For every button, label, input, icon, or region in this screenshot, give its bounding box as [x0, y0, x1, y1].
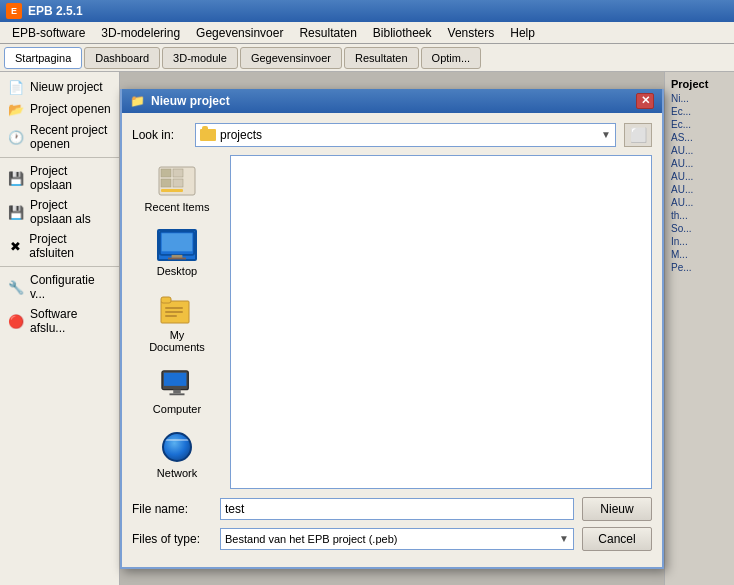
- right-panel-item-au1[interactable]: AU...: [667, 144, 732, 157]
- svg-rect-7: [162, 233, 193, 251]
- sidebar-item-opslaan-als[interactable]: 💾 Project opslaan als: [0, 195, 119, 229]
- svg-rect-3: [173, 169, 183, 177]
- sidebar-item-recent-label: Recent project openen: [30, 123, 111, 151]
- right-panel: Project Ni... Ec... Ec... AS... AU... AU…: [664, 72, 734, 585]
- content-area: Een nieuw project maken Waals Gewest en …: [120, 72, 664, 585]
- modal-close-button[interactable]: ✕: [636, 93, 654, 109]
- app-title: EPB 2.5.1: [28, 4, 83, 18]
- sidebar-item-afsluiten[interactable]: ✖ Project afsluiten: [0, 229, 119, 263]
- sidebar-item-opslaan[interactable]: 💾 Project opslaan: [0, 161, 119, 195]
- svg-rect-12: [165, 307, 183, 309]
- right-panel-item-in[interactable]: In...: [667, 235, 732, 248]
- nav-network[interactable]: Network: [137, 425, 217, 485]
- menu-help[interactable]: Help: [502, 24, 543, 42]
- cancel-button[interactable]: Cancel: [582, 527, 652, 551]
- save-as-icon: 💾: [8, 204, 24, 220]
- sidebar-item-software-afsluiten[interactable]: 🔴 Software afslu...: [0, 304, 119, 338]
- sidebar-item-afsluiten-label: Project afsluiten: [29, 232, 111, 260]
- nav-computer-label: Computer: [153, 403, 201, 415]
- sidebar-separator-1: [0, 157, 119, 158]
- menu-gegevensinvoer[interactable]: Gegevensinvoer: [188, 24, 291, 42]
- files-of-type-select[interactable]: Bestand van het EPB project (.peb) ▼: [220, 528, 574, 550]
- svg-rect-14: [165, 315, 177, 317]
- tab-3d-module[interactable]: 3D-module: [162, 47, 238, 69]
- look-in-value: projects: [220, 128, 262, 142]
- svg-rect-11: [161, 297, 171, 303]
- nav-recent-items[interactable]: Recent Items: [137, 159, 217, 219]
- toolbar: Startpagina Dashboard 3D-module Gegevens…: [0, 44, 734, 72]
- modal-overlay: 📁 Nieuw project ✕ Look in: projects: [120, 72, 664, 585]
- menu-bibliotheek[interactable]: Bibliotheek: [365, 24, 440, 42]
- sidebar-item-nieuw-project[interactable]: 📄 Nieuw project: [0, 76, 119, 98]
- right-panel-item-as[interactable]: AS...: [667, 131, 732, 144]
- right-panel-item-th[interactable]: th...: [667, 209, 732, 222]
- modal-title-bar: 📁 Nieuw project ✕: [122, 89, 662, 113]
- sidebar-separator-2: [0, 266, 119, 267]
- file-name-input[interactable]: [220, 498, 574, 520]
- modal-body: Look in: projects ▼ ⬜: [122, 113, 662, 567]
- sidebar-item-opslaan-label: Project opslaan: [30, 164, 111, 192]
- nav-my-documents-label: My Documents: [141, 329, 213, 353]
- tab-gegevensinvoer[interactable]: Gegevensinvoer: [240, 47, 342, 69]
- right-panel-item-au4[interactable]: AU...: [667, 183, 732, 196]
- new-project-icon: 📄: [8, 79, 24, 95]
- look-in-nav-button[interactable]: ⬜: [624, 123, 652, 147]
- right-panel-item-au2[interactable]: AU...: [667, 157, 732, 170]
- quit-icon: 🔴: [8, 313, 24, 329]
- sidebar-item-configuratie-label: Configuratie v...: [30, 273, 111, 301]
- menu-epb-software[interactable]: EPB-software: [4, 24, 93, 42]
- desktop-icon: [157, 229, 197, 261]
- nav-desktop-label: Desktop: [157, 265, 197, 277]
- folder-small-icon: [200, 129, 216, 141]
- nav-desktop[interactable]: Desktop: [137, 223, 217, 283]
- nieuw-button[interactable]: Nieuw: [582, 497, 652, 521]
- right-panel-item-au5[interactable]: AU...: [667, 196, 732, 209]
- file-nav-sidebar: Recent Items: [132, 155, 222, 489]
- right-panel-item-ec1[interactable]: Ec...: [667, 105, 732, 118]
- recent-icon: 🕐: [8, 129, 24, 145]
- sidebar-item-project-openen[interactable]: 📂 Project openen: [0, 98, 119, 120]
- sidebar: 📄 Nieuw project 📂 Project openen 🕐 Recen…: [0, 72, 120, 585]
- file-name-row: File name: Nieuw: [132, 497, 652, 521]
- close-project-icon: ✖: [8, 238, 23, 254]
- title-bar: E EPB 2.5.1: [0, 0, 734, 22]
- right-panel-item-pe[interactable]: Pe...: [667, 261, 732, 274]
- nav-computer[interactable]: Computer: [137, 363, 217, 421]
- svg-rect-9: [168, 257, 186, 259]
- svg-rect-4: [173, 179, 183, 187]
- look-in-select[interactable]: projects ▼: [195, 123, 616, 147]
- app-icon: E: [6, 3, 22, 19]
- menu-bar: EPB-software 3D-modelering Gegevensinvoe…: [0, 22, 734, 44]
- right-panel-item-au3[interactable]: AU...: [667, 170, 732, 183]
- nav-my-documents[interactable]: My Documents: [137, 287, 217, 359]
- right-panel-item-m[interactable]: M...: [667, 248, 732, 261]
- file-list[interactable]: [230, 155, 652, 489]
- files-type-dropdown-arrow: ▼: [559, 533, 569, 544]
- tab-resultaten[interactable]: Resultaten: [344, 47, 419, 69]
- file-browser: Recent Items: [132, 155, 652, 489]
- tab-startpagina[interactable]: Startpagina: [4, 47, 82, 69]
- sidebar-item-recent[interactable]: 🕐 Recent project openen: [0, 120, 119, 154]
- look-in-row: Look in: projects ▼ ⬜: [132, 123, 652, 147]
- svg-rect-13: [165, 311, 183, 313]
- tab-optim[interactable]: Optim...: [421, 47, 482, 69]
- svg-rect-5: [161, 189, 183, 192]
- modal-nieuw-project: 📁 Nieuw project ✕ Look in: projects: [120, 89, 664, 569]
- tab-dashboard[interactable]: Dashboard: [84, 47, 160, 69]
- right-panel-item-ec2[interactable]: Ec...: [667, 118, 732, 131]
- right-panel-item-so[interactable]: So...: [667, 222, 732, 235]
- computer-icon: [159, 369, 195, 399]
- sidebar-item-configuratie[interactable]: 🔧 Configuratie v...: [0, 270, 119, 304]
- open-project-icon: 📂: [8, 101, 24, 117]
- right-panel-item-ni[interactable]: Ni...: [667, 92, 732, 105]
- svg-rect-18: [170, 393, 185, 395]
- menu-resultaten[interactable]: Resultaten: [291, 24, 364, 42]
- menu-vensters[interactable]: Vensters: [440, 24, 503, 42]
- config-icon: 🔧: [8, 279, 24, 295]
- look-in-select-text: projects: [200, 128, 262, 142]
- svg-rect-1: [161, 169, 171, 177]
- svg-rect-16: [164, 372, 187, 385]
- files-of-type-value: Bestand van het EPB project (.peb): [225, 533, 397, 545]
- save-icon: 💾: [8, 170, 24, 186]
- menu-3d-modelering[interactable]: 3D-modelering: [93, 24, 188, 42]
